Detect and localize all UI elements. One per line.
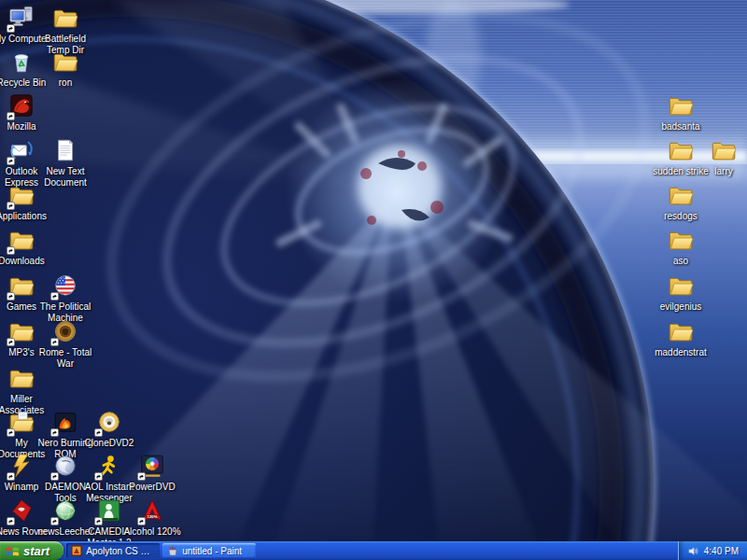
desktop-icon-label: Mozilla [0,121,55,133]
shortcut-arrow-icon [50,292,59,301]
shortcut-arrow-icon [50,428,59,437]
desktop-icon-label: PowerDVD [119,482,186,493]
desktop-icon-label: Alcohol 120% [119,526,186,538]
desktop-icon-downloads[interactable]: Downloads [0,226,55,267]
taskbar-buttons-area: Apolyton CS For...untitled - Paint [63,541,678,560]
desktop-icon-applications[interactable]: Applications [0,181,55,222]
desktop-icon-label: CloneDVD2 [76,438,143,449]
system-tray: 4:40 PM [678,541,747,560]
shortcut-arrow-icon [94,517,103,525]
volume-icon[interactable] [687,545,699,557]
svg-text:120%: 120% [148,514,158,519]
folder-icon [51,4,79,32]
desktop-icon-rome-total-war[interactable]: Rome - Total War [32,317,99,370]
desktop-icon-label: aso [647,256,714,267]
desktop-icon-label: resdogs [647,211,714,222]
folder-icon [667,272,695,300]
shortcut-arrow-icon [7,112,15,120]
taskbar-clock[interactable]: 4:40 PM [704,546,739,556]
shortcut-arrow-icon [137,517,146,525]
taskbar-button-label: untitled - Paint [182,546,242,556]
shortcut-arrow-icon [7,338,15,346]
folder-icon [667,317,695,345]
desktop-icon-larry[interactable]: larry [690,136,747,177]
windows-logo-icon [5,544,21,558]
shortcut-arrow-icon [137,472,146,481]
apolyton-icon [71,545,82,556]
globe-usa-icon [51,272,79,300]
paint-icon [167,545,178,556]
desktop-icon-aso[interactable]: aso [647,226,714,267]
desktop-icon-label: badsanta [647,121,714,133]
alcohol-icon: 120% [138,497,166,525]
rome-icon [51,317,79,345]
shortcut-arrow-icon [7,24,15,33]
start-button[interactable]: start [0,541,63,560]
desktop-icon-ron[interactable]: ron [32,48,99,89]
shortcut-arrow-icon [50,338,59,346]
shortcut-arrow-icon [94,472,103,481]
shortcut-arrow-icon [7,517,15,525]
shortcut-arrow-icon [7,202,15,210]
shortcut-arrow-icon [50,517,59,525]
desktop-icon-mozilla[interactable]: Mozilla [0,91,55,133]
taskbar: start Apolyton CS For...untitled - Paint… [0,541,747,560]
taskbar-button-label: Apolyton CS For... [86,546,155,556]
taskbar-button-untitled-paint[interactable]: untitled - Paint [162,543,256,558]
desktop-icon-the-political-machine[interactable]: The Political Machine [32,272,99,324]
shortcut-arrow-icon [7,292,15,301]
desktop-icon-badsanta[interactable]: badsanta [647,91,714,133]
folder-icon [51,48,79,76]
mozilla-icon [7,91,35,119]
folder-icon [710,136,738,164]
clonedvd-icon [95,408,123,436]
desktop-icon-evilgenius[interactable]: evilgenius [647,272,714,313]
start-button-label: start [23,544,49,558]
shortcut-arrow-icon [50,472,59,481]
textdoc-icon [51,136,79,164]
folder-icon [7,226,35,254]
desktop-icon-label: ron [32,77,99,89]
desktop-icon-maddenstrat[interactable]: maddenstrat [647,317,714,358]
folder-icon [7,364,35,392]
folder-icon [667,226,695,254]
desktop-icon-label: maddenstrat [647,347,714,358]
shortcut-arrow-icon [7,428,15,437]
desktop[interactable]: My ComputerBattlefield Temp DirRecycle B… [0,0,747,541]
desktop-icon-label: Applications [0,211,55,222]
taskbar-button-apolyton-cs-for[interactable]: Apolyton CS For... [66,543,160,558]
desktop-icon-resdogs[interactable]: resdogs [647,181,714,222]
shortcut-arrow-icon [7,246,15,255]
shortcut-arrow-icon [94,428,103,437]
folder-icon [667,91,695,119]
shortcut-arrow-icon [7,472,15,481]
desktop-icon-alcohol-120[interactable]: 120%Alcohol 120% [119,497,186,538]
desktop-icon-label: evilgenius [647,301,714,313]
folder-icon [667,181,695,209]
desktop-icon-powerdvd[interactable]: PowerDVD [119,452,186,493]
desktop-icon-label: larry [690,166,747,177]
folder-icon [7,181,35,209]
desktop-icon-label: Downloads [0,256,55,267]
desktop-icon-clonedvd2[interactable]: CloneDVD2 [76,408,143,449]
shortcut-arrow-icon [7,157,15,165]
powerdvd-icon [138,452,166,480]
